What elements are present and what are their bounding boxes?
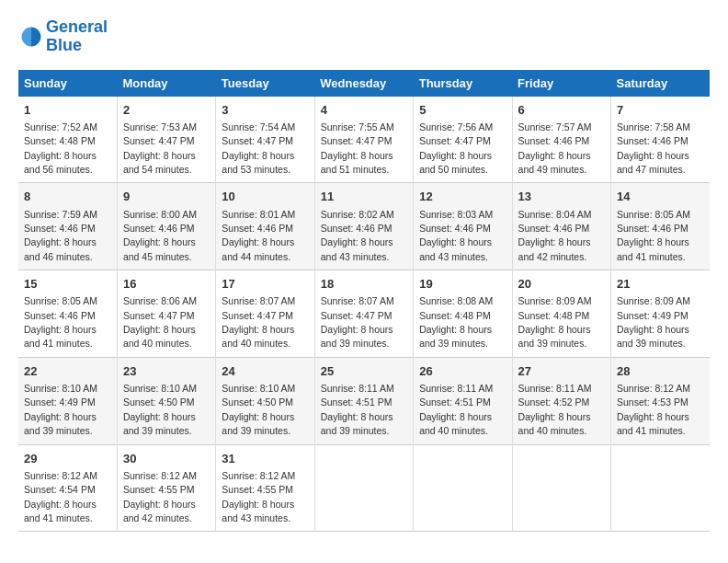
daylight-text: Daylight: 8 hours and 50 minutes. — [419, 150, 492, 175]
calendar-cell: 15 Sunrise: 8:05 AM Sunset: 4:46 PM Dayl… — [18, 270, 117, 358]
day-number: 10 — [222, 189, 308, 205]
calendar-week-3: 15 Sunrise: 8:05 AM Sunset: 4:46 PM Dayl… — [18, 270, 710, 358]
sunset-text: Sunset: 4:49 PM — [617, 310, 688, 321]
sunrise-text: Sunrise: 8:10 AM — [123, 383, 197, 394]
sunrise-text: Sunrise: 8:05 AM — [617, 209, 690, 220]
daylight-text: Daylight: 8 hours and 43 minutes. — [222, 499, 294, 523]
daylight-text: Daylight: 8 hours and 39 minutes. — [222, 411, 294, 436]
day-number: 8 — [24, 189, 111, 205]
calendar-week-1: 1 Sunrise: 7:52 AM Sunset: 4:48 PM Dayli… — [18, 97, 710, 183]
logo: General Blue — [18, 18, 108, 55]
daylight-text: Daylight: 8 hours and 53 minutes. — [222, 150, 294, 175]
sunset-text: Sunset: 4:46 PM — [24, 310, 96, 321]
calendar-cell: 26 Sunrise: 8:11 AM Sunset: 4:51 PM Dayl… — [414, 357, 512, 444]
sunrise-text: Sunrise: 7:56 AM — [419, 121, 493, 132]
daylight-text: Daylight: 8 hours and 39 minutes. — [419, 324, 492, 349]
calendar-header-row: SundayMondayTuesdayWednesdayThursdayFrid… — [18, 70, 710, 97]
page-header: General Blue — [18, 18, 710, 55]
sunset-text: Sunset: 4:46 PM — [24, 223, 96, 234]
sunrise-text: Sunrise: 7:54 AM — [222, 121, 295, 132]
day-number: 20 — [518, 276, 605, 293]
calendar-cell — [512, 444, 610, 532]
day-number: 21 — [617, 276, 704, 293]
calendar-cell: 22 Sunrise: 8:10 AM Sunset: 4:49 PM Dayl… — [18, 357, 117, 444]
day-number: 29 — [24, 451, 111, 467]
calendar-cell: 4 Sunrise: 7:55 AM Sunset: 4:47 PM Dayli… — [314, 97, 413, 183]
daylight-text: Daylight: 8 hours and 39 minutes. — [518, 324, 591, 349]
sunset-text: Sunset: 4:46 PM — [321, 223, 392, 234]
day-number: 14 — [617, 189, 704, 205]
logo-text-line2: Blue — [46, 37, 108, 55]
sunset-text: Sunset: 4:47 PM — [222, 135, 293, 146]
daylight-text: Daylight: 8 hours and 39 minutes. — [123, 411, 196, 436]
day-number: 15 — [24, 276, 111, 293]
sunset-text: Sunset: 4:47 PM — [321, 310, 392, 321]
sunset-text: Sunset: 4:46 PM — [617, 223, 688, 234]
day-number: 6 — [518, 102, 605, 119]
daylight-text: Daylight: 8 hours and 39 minutes. — [617, 324, 689, 349]
sunrise-text: Sunrise: 8:12 AM — [222, 470, 295, 481]
calendar-cell: 21 Sunrise: 8:09 AM Sunset: 4:49 PM Dayl… — [611, 270, 710, 358]
day-number: 19 — [419, 276, 506, 293]
daylight-text: Daylight: 8 hours and 49 minutes. — [518, 150, 591, 175]
calendar-cell: 12 Sunrise: 8:03 AM Sunset: 4:46 PM Dayl… — [414, 183, 512, 270]
daylight-text: Daylight: 8 hours and 45 minutes. — [123, 236, 196, 261]
sunset-text: Sunset: 4:46 PM — [617, 135, 688, 146]
calendar-cell — [414, 444, 512, 532]
sunset-text: Sunset: 4:55 PM — [123, 484, 195, 495]
calendar-cell: 20 Sunrise: 8:09 AM Sunset: 4:48 PM Dayl… — [512, 270, 610, 358]
day-number: 17 — [222, 276, 308, 293]
header-sunday: Sunday — [18, 70, 117, 97]
sunset-text: Sunset: 4:47 PM — [222, 310, 293, 321]
sunset-text: Sunset: 4:51 PM — [321, 396, 392, 408]
sunrise-text: Sunrise: 7:58 AM — [617, 121, 690, 132]
calendar-cell: 30 Sunrise: 8:12 AM Sunset: 4:55 PM Dayl… — [117, 444, 215, 532]
sunrise-text: Sunrise: 7:52 AM — [24, 121, 97, 132]
sunset-text: Sunset: 4:52 PM — [518, 396, 590, 408]
calendar-cell: 31 Sunrise: 8:12 AM Sunset: 4:55 PM Dayl… — [216, 444, 314, 532]
daylight-text: Daylight: 8 hours and 39 minutes. — [24, 411, 97, 436]
calendar-cell: 29 Sunrise: 8:12 AM Sunset: 4:54 PM Dayl… — [18, 444, 117, 532]
calendar-cell: 28 Sunrise: 8:12 AM Sunset: 4:53 PM Dayl… — [611, 357, 710, 444]
calendar-week-5: 29 Sunrise: 8:12 AM Sunset: 4:54 PM Dayl… — [18, 444, 710, 532]
calendar-cell: 7 Sunrise: 7:58 AM Sunset: 4:46 PM Dayli… — [611, 97, 710, 183]
sunrise-text: Sunrise: 8:10 AM — [24, 383, 97, 394]
sunrise-text: Sunrise: 7:59 AM — [24, 209, 97, 220]
logo-text-line1: General — [46, 18, 108, 37]
sunrise-text: Sunrise: 8:09 AM — [518, 295, 592, 306]
daylight-text: Daylight: 8 hours and 43 minutes. — [419, 236, 492, 261]
day-number: 23 — [123, 363, 210, 380]
header-saturday: Saturday — [611, 70, 710, 97]
sunset-text: Sunset: 4:46 PM — [518, 223, 590, 234]
daylight-text: Daylight: 8 hours and 39 minutes. — [321, 324, 393, 349]
header-thursday: Thursday — [414, 70, 512, 97]
sunset-text: Sunset: 4:46 PM — [419, 223, 491, 234]
daylight-text: Daylight: 8 hours and 42 minutes. — [518, 236, 591, 261]
calendar-cell — [611, 444, 710, 532]
daylight-text: Daylight: 8 hours and 44 minutes. — [222, 236, 294, 261]
daylight-text: Daylight: 8 hours and 46 minutes. — [24, 236, 97, 261]
calendar-week-4: 22 Sunrise: 8:10 AM Sunset: 4:49 PM Dayl… — [18, 357, 710, 444]
sunset-text: Sunset: 4:48 PM — [24, 135, 96, 146]
day-number: 5 — [419, 102, 506, 119]
sunset-text: Sunset: 4:48 PM — [518, 310, 590, 321]
calendar-cell: 13 Sunrise: 8:04 AM Sunset: 4:46 PM Dayl… — [512, 183, 610, 270]
daylight-text: Daylight: 8 hours and 41 minutes. — [617, 236, 689, 261]
calendar-cell: 16 Sunrise: 8:06 AM Sunset: 4:47 PM Dayl… — [117, 270, 215, 358]
sunset-text: Sunset: 4:46 PM — [123, 223, 195, 234]
daylight-text: Daylight: 8 hours and 40 minutes. — [123, 324, 196, 349]
sunrise-text: Sunrise: 7:55 AM — [321, 121, 394, 132]
header-monday: Monday — [117, 70, 215, 97]
calendar-week-2: 8 Sunrise: 7:59 AM Sunset: 4:46 PM Dayli… — [18, 183, 710, 270]
sunset-text: Sunset: 4:48 PM — [419, 310, 491, 321]
day-number: 7 — [617, 102, 704, 119]
calendar-cell: 14 Sunrise: 8:05 AM Sunset: 4:46 PM Dayl… — [611, 183, 710, 270]
day-number: 12 — [419, 189, 506, 205]
sunset-text: Sunset: 4:47 PM — [123, 310, 195, 321]
sunset-text: Sunset: 4:54 PM — [24, 484, 96, 495]
calendar-cell — [314, 444, 413, 532]
sunrise-text: Sunrise: 8:04 AM — [518, 209, 592, 220]
header-wednesday: Wednesday — [314, 70, 413, 97]
sunrise-text: Sunrise: 8:07 AM — [222, 295, 295, 306]
daylight-text: Daylight: 8 hours and 47 minutes. — [617, 150, 689, 175]
